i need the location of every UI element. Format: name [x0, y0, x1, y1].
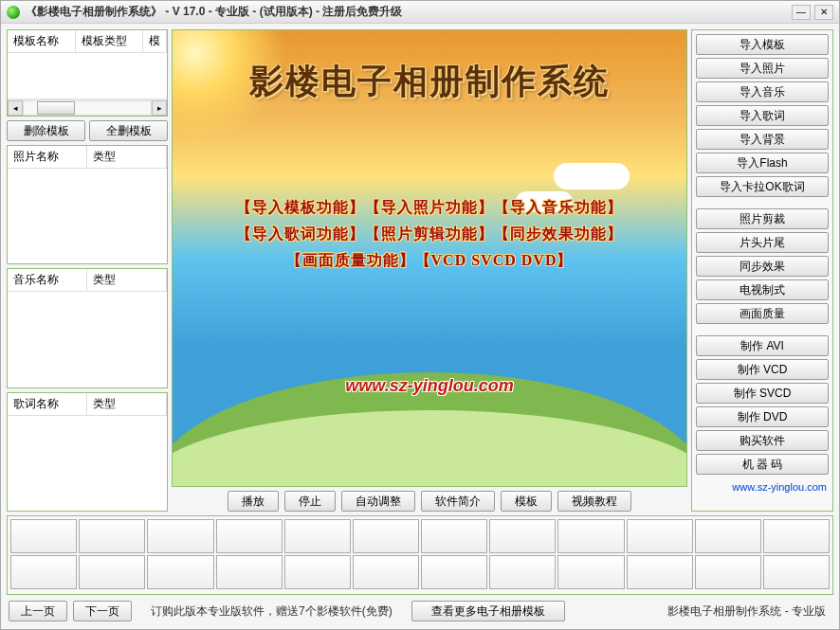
col-lyrics-name[interactable]: 歌词名称	[8, 393, 87, 415]
music-header: 音乐名称 类型	[8, 269, 167, 292]
thumbnail-slot[interactable]	[79, 555, 145, 589]
music-panel: 音乐名称 类型	[7, 268, 168, 387]
thumbnail-slot[interactable]	[10, 519, 77, 553]
col-lyrics-type[interactable]: 类型	[87, 393, 167, 415]
make-svcd-button[interactable]: 制作 SVCD	[696, 383, 829, 404]
photos-list[interactable]	[8, 169, 167, 263]
scroll-track[interactable]	[23, 100, 152, 116]
thumbnail-slot[interactable]	[79, 519, 145, 553]
minimize-button[interactable]: —	[792, 5, 811, 20]
thumbnail-strip	[7, 515, 833, 595]
photos-panel: 照片名称 类型	[7, 145, 168, 264]
right-column: 导入模板 导入照片 导入音乐 导入歌词 导入背景 导入Flash 导入卡拉OK歌…	[691, 29, 833, 512]
scroll-thumb[interactable]	[37, 101, 75, 115]
sync-effect-button[interactable]: 同步效果	[696, 256, 829, 277]
import-lyrics-button[interactable]: 导入歌词	[696, 105, 829, 126]
import-music-button[interactable]: 导入音乐	[696, 81, 829, 102]
thumbnail-slot[interactable]	[489, 555, 556, 589]
col-photo-name[interactable]: 照片名称	[8, 146, 87, 168]
thumbnail-slot[interactable]	[353, 519, 419, 553]
auto-adjust-button[interactable]: 自动调整	[341, 491, 415, 512]
thumbnail-slot[interactable]	[216, 555, 283, 589]
template-buttons: 删除模板 全删模板	[7, 120, 168, 141]
thumbnail-slot[interactable]	[695, 519, 761, 553]
scroll-right-icon[interactable]: ▸	[152, 100, 167, 116]
playback-buttons: 播放 停止 自动调整 软件简介 模板 视频教程	[172, 491, 687, 512]
make-vcd-button[interactable]: 制作 VCD	[696, 359, 829, 380]
delete-template-button[interactable]: 删除模板	[7, 120, 85, 141]
thumbnail-slot[interactable]	[627, 519, 693, 553]
thumbnail-slot[interactable]	[353, 555, 419, 589]
more-templates-button[interactable]: 查看更多电子相册模板	[411, 601, 565, 621]
preview-url: www.sz-yinglou.com	[173, 376, 686, 396]
lyrics-list[interactable]	[8, 416, 167, 511]
software-intro-button[interactable]: 软件简介	[421, 491, 495, 512]
window-title: 《影楼电子相册制作系统》 - V 17.0 - 专业版 - (试用版本) - 注…	[26, 4, 788, 20]
thumbnail-slot[interactable]	[557, 555, 624, 589]
templates-list[interactable]	[8, 53, 167, 99]
thumb-row-1	[10, 519, 830, 553]
preview-title: 影楼电子相册制作系统	[173, 59, 686, 105]
make-dvd-button[interactable]: 制作 DVD	[696, 406, 829, 427]
lyrics-panel: 歌词名称 类型	[7, 392, 168, 512]
import-background-button[interactable]: 导入背景	[696, 129, 829, 150]
thumbnail-slot[interactable]	[147, 519, 213, 553]
app-window: 《影楼电子相册制作系统》 - V 17.0 - 专业版 - (试用版本) - 注…	[0, 0, 840, 630]
video-tutorial-button[interactable]: 视频教程	[557, 491, 631, 512]
thumbnail-slot[interactable]	[627, 555, 693, 589]
thumbnail-slot[interactable]	[489, 519, 556, 553]
template-button[interactable]: 模板	[501, 491, 552, 512]
thumbnail-slot[interactable]	[421, 519, 487, 553]
clip-head-tail-button[interactable]: 片头片尾	[696, 232, 829, 253]
cloud-graphic	[554, 163, 630, 189]
thumbnail-slot[interactable]	[763, 519, 830, 553]
thumbnail-slot[interactable]	[284, 555, 351, 589]
prev-page-button[interactable]: 上一页	[9, 601, 67, 621]
window-body: 模板名称 模板类型 模 ◂ ▸ 删除模板 全删模板	[1, 24, 839, 629]
buy-software-button[interactable]: 购买软件	[696, 430, 829, 451]
center-column: 影楼电子相册制作系统 【导入模板功能】【导入照片功能】【导入音乐功能】 【导入歌…	[172, 29, 687, 512]
make-avi-button[interactable]: 制作 AVI	[696, 335, 829, 356]
thumbnail-slot[interactable]	[695, 555, 761, 589]
tv-format-button[interactable]: 电视制式	[696, 279, 829, 300]
col-music-name[interactable]: 音乐名称	[8, 269, 87, 291]
thumbnail-slot[interactable]	[557, 519, 624, 553]
machine-code-button[interactable]: 机 器 码	[696, 454, 829, 475]
titlebar: 《影楼电子相册制作系统》 - V 17.0 - 专业版 - (试用版本) - 注…	[1, 1, 839, 24]
scroll-left-icon[interactable]: ◂	[8, 100, 23, 116]
close-button[interactable]: ✕	[814, 5, 833, 20]
thumb-row-2	[10, 555, 830, 589]
thumbnail-slot[interactable]	[216, 519, 283, 553]
next-page-button[interactable]: 下一页	[73, 601, 132, 621]
templates-header: 模板名称 模板类型 模	[8, 30, 167, 53]
picture-quality-button[interactable]: 画面质量	[696, 303, 829, 324]
templates-hscroll: ◂ ▸	[8, 99, 167, 116]
thumbnail-slot[interactable]	[147, 555, 213, 589]
thumbnail-slot[interactable]	[421, 555, 487, 589]
thumbnail-slot[interactable]	[10, 555, 77, 589]
feature-line-1: 【导入模板功能】【导入照片功能】【导入音乐功能】	[173, 198, 686, 218]
upper-area: 模板名称 模板类型 模 ◂ ▸ 删除模板 全删模板	[7, 29, 833, 512]
website-link[interactable]: www.sz-yinglou.com	[696, 477, 829, 493]
photo-crop-button[interactable]: 照片剪裁	[696, 208, 829, 229]
thumbnail-slot[interactable]	[284, 519, 351, 553]
stop-button[interactable]: 停止	[284, 491, 336, 512]
preview-pane: 影楼电子相册制作系统 【导入模板功能】【导入照片功能】【导入音乐功能】 【导入歌…	[172, 29, 687, 487]
app-icon	[7, 6, 20, 19]
play-button[interactable]: 播放	[228, 491, 279, 512]
delete-all-templates-button[interactable]: 全删模板	[89, 120, 168, 141]
import-karaoke-button[interactable]: 导入卡拉OK歌词	[696, 176, 829, 197]
thumbnail-slot[interactable]	[763, 555, 830, 589]
col-music-type[interactable]: 类型	[87, 269, 167, 291]
import-photo-button[interactable]: 导入照片	[696, 58, 829, 79]
col-template-type[interactable]: 模板类型	[76, 30, 144, 52]
promo-text: 订购此版本专业版软件，赠送7个影楼软件(免费)	[137, 603, 406, 620]
import-flash-button[interactable]: 导入Flash	[696, 153, 829, 173]
import-template-button[interactable]: 导入模板	[696, 34, 829, 55]
music-list[interactable]	[8, 292, 167, 387]
col-template-extra[interactable]: 模	[143, 30, 167, 52]
photos-header: 照片名称 类型	[8, 146, 167, 169]
col-photo-type[interactable]: 类型	[87, 146, 167, 168]
templates-panel: 模板名称 模板类型 模 ◂ ▸	[7, 29, 168, 117]
col-template-name[interactable]: 模板名称	[8, 30, 76, 52]
